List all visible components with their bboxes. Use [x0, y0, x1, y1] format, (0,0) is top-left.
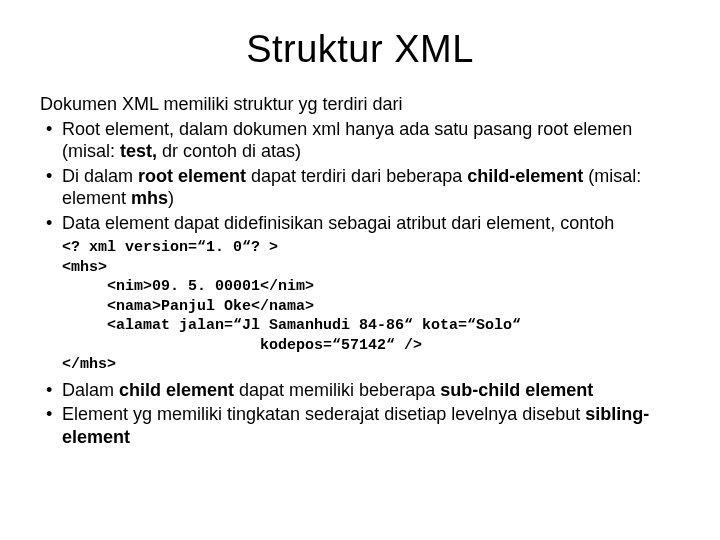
bullet-list-top: Root element, dalam dokumen xml hanya ad… — [40, 118, 680, 235]
bullet-list-bottom: Dalam child element dapat memiliki beber… — [40, 379, 680, 449]
bullet-item: Element yg memiliki tingkatan sederajat … — [40, 403, 680, 448]
slide: Struktur XML Dokumen XML memiliki strukt… — [0, 0, 720, 540]
bullet-item: Data element dapat didefinisikan sebagai… — [40, 212, 680, 235]
slide-title: Struktur XML — [40, 28, 680, 71]
xml-code-block: <? xml version=“1. 0“? > <mhs> <nim>09. … — [62, 238, 680, 375]
bullet-item: Dalam child element dapat memiliki beber… — [40, 379, 680, 402]
intro-text: Dokumen XML memiliki struktur yg terdiri… — [40, 93, 680, 116]
bullet-item: Root element, dalam dokumen xml hanya ad… — [40, 118, 680, 163]
bullet-item: Di dalam root element dapat terdiri dari… — [40, 165, 680, 210]
